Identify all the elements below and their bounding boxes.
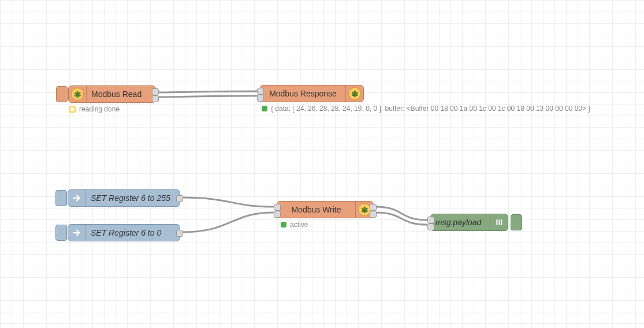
- node-icon: [68, 225, 86, 241]
- node-label: msg.payload: [431, 218, 490, 227]
- input-port[interactable]: [257, 88, 264, 95]
- node-modbus-write[interactable]: Modbus Write ✱: [277, 201, 374, 218]
- status-text: active: [290, 221, 308, 229]
- node-label: Modbus Response: [260, 89, 345, 98]
- input-port-2[interactable]: [257, 95, 264, 102]
- node-icon: [490, 214, 508, 230]
- input-port-2[interactable]: [274, 211, 281, 218]
- input-port[interactable]: [427, 217, 434, 223]
- node-set-register-255[interactable]: SET Register 6 to 255: [68, 189, 180, 207]
- status-dot-yellow: [69, 106, 76, 113]
- svg-rect-0: [496, 219, 497, 225]
- status-dot-green: [262, 106, 267, 111]
- output-port[interactable]: [370, 204, 377, 211]
- node-icon: ✱: [345, 85, 363, 102]
- output-port[interactable]: [176, 230, 183, 237]
- node-debug-msg-payload[interactable]: msg.payload: [430, 214, 508, 231]
- inject-button-set-255[interactable]: [55, 190, 67, 206]
- node-label: Modbus Write: [277, 205, 355, 214]
- asterisk-icon: ✱: [348, 87, 361, 100]
- node-label: SET Register 6 to 255: [86, 193, 175, 203]
- debug-toggle-button[interactable]: [511, 214, 522, 230]
- node-label: SET Register 6 to 0: [86, 228, 166, 237]
- output-port-2[interactable]: [152, 95, 159, 102]
- inject-button-modbus-read[interactable]: [56, 86, 68, 102]
- node-icon: ✱: [69, 86, 87, 102]
- inject-button-set-0[interactable]: [55, 225, 67, 241]
- node-status: { data: [ 24, 26, 28, 28, 24, 19, 0, 0 ]…: [262, 105, 590, 113]
- status-dot-green: [281, 222, 286, 228]
- node-status: active: [281, 221, 308, 229]
- input-port[interactable]: [274, 204, 281, 211]
- node-set-register-0[interactable]: SET Register 6 to 0: [68, 224, 180, 241]
- asterisk-icon: ✱: [358, 203, 371, 216]
- status-text: reading done: [79, 105, 120, 113]
- flow-canvas[interactable]: ✱ Modbus Read reading done Modbus Respon…: [0, 0, 644, 328]
- svg-rect-1: [498, 219, 500, 225]
- node-icon: [68, 190, 86, 206]
- arrow-right-icon: [72, 228, 82, 238]
- arrow-right-icon: [72, 193, 82, 203]
- svg-rect-2: [501, 219, 502, 225]
- output-port-2[interactable]: [370, 211, 377, 218]
- output-port[interactable]: [152, 88, 159, 95]
- debug-icon: [494, 218, 504, 227]
- wires-layer: [0, 0, 644, 328]
- asterisk-icon: ✱: [71, 88, 84, 100]
- input-port-2[interactable]: [427, 223, 434, 230]
- status-text: { data: [ 24, 26, 28, 28, 24, 19, 0, 0 ]…: [271, 105, 590, 113]
- node-label: Modbus Read: [87, 90, 146, 99]
- node-status: reading done: [69, 105, 120, 113]
- output-port[interactable]: [176, 195, 183, 202]
- node-modbus-read[interactable]: ✱ Modbus Read: [68, 85, 156, 103]
- node-modbus-response[interactable]: Modbus Response ✱: [260, 85, 364, 102]
